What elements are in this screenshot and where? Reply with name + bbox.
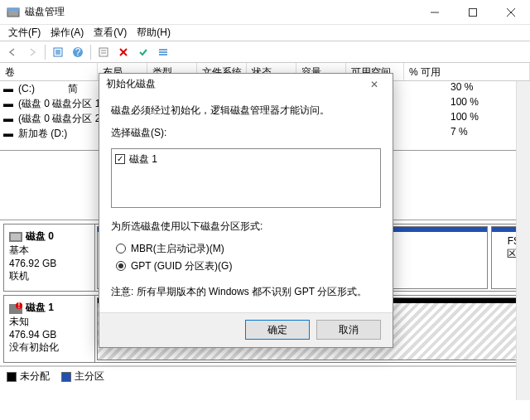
menu-action[interactable]: 操作(A) [46, 24, 89, 41]
dialog-note: 注意: 所有早期版本的 Windows 都不识别 GPT 分区形式。 [111, 285, 381, 299]
svg-text:!: ! [17, 302, 20, 311]
volume-pct: 30 % [447, 81, 513, 96]
radio-gpt[interactable]: GPT (GUID 分区表)(G) [116, 259, 381, 273]
menu-view[interactable]: 查看(V) [89, 24, 132, 41]
ok-button[interactable]: 确定 [245, 320, 310, 340]
partition-style-label: 为所选磁盘使用以下磁盘分区形式: [111, 220, 381, 234]
minimize-button[interactable] [416, 0, 454, 25]
svg-rect-16 [159, 51, 167, 53]
radio-icon[interactable] [116, 244, 126, 253]
disk-info[interactable]: ! 磁盘 1 未知 476.94 GB 没有初始化 [4, 296, 95, 362]
disk-mgmt-icon [7, 6, 20, 19]
disk-checkbox-item[interactable]: ✓ 磁盘 1 [115, 152, 377, 167]
disk-info[interactable]: 磁盘 0 基本 476.92 GB 联机 [4, 224, 95, 291]
volume-name: (磁盘 0 磁盘分区 2) [18, 112, 104, 126]
disk-type: 未知 [9, 315, 89, 329]
legend: 未分配 主分区 [0, 366, 530, 386]
volume-layout: 简 [68, 82, 78, 96]
initialize-disk-dialog: 初始化磁盘 ✕ 磁盘必须经过初始化，逻辑磁盘管理器才能访问。 选择磁盘(S): … [99, 73, 393, 348]
svg-rect-15 [159, 49, 167, 51]
legend-primary: 主分区 [61, 369, 104, 384]
menubar: 文件(F) 操作(A) 查看(V) 帮助(H) [0, 25, 530, 41]
svg-rect-7 [55, 50, 60, 55]
refresh-button[interactable] [49, 43, 67, 61]
close-button[interactable] [492, 0, 530, 25]
help-button[interactable]: ? [69, 43, 87, 61]
toolbar: ? [0, 41, 530, 63]
menu-file[interactable]: 文件(F) [3, 24, 46, 41]
vertical-scrollbar[interactable] [516, 81, 530, 400]
volume-pct: 7 % [447, 126, 513, 141]
disk-name: 磁盘 0 [26, 229, 54, 244]
titlebar: 磁盘管理 [0, 0, 530, 25]
svg-rect-3 [470, 8, 477, 16]
window-title: 磁盘管理 [25, 5, 416, 19]
volume-pct: 100 % [447, 96, 513, 111]
disk-size: 476.92 GB [9, 258, 89, 269]
disk-icon [9, 232, 22, 242]
volume-name: 新加卷 (D:) [18, 127, 67, 141]
volume-icon: ▬ [3, 128, 15, 139]
svg-rect-17 [159, 54, 167, 56]
col-pct[interactable]: % 可用 [404, 63, 530, 80]
menu-help[interactable]: 帮助(H) [132, 24, 176, 41]
disk-type: 基本 [9, 244, 89, 258]
dialog-title: 初始化磁盘 [106, 77, 363, 91]
col-volume[interactable]: 卷 [0, 63, 98, 80]
disk-status: 联机 [9, 269, 89, 283]
svg-rect-19 [11, 234, 21, 240]
volume-icon: ▬ [3, 83, 15, 94]
properties-button[interactable] [94, 43, 113, 61]
svg-rect-10 [99, 48, 108, 56]
unknown-disk-icon: ! [9, 302, 22, 314]
dialog-message: 磁盘必须经过初始化，逻辑磁盘管理器才能访问。 [111, 104, 381, 118]
legend-unallocated: 未分配 [7, 369, 50, 384]
radio-mbr[interactable]: MBR(主启动记录)(M) [116, 242, 381, 256]
maximize-button[interactable] [454, 0, 492, 25]
disk-listbox[interactable]: ✓ 磁盘 1 [111, 148, 381, 208]
check-button[interactable] [134, 43, 152, 61]
cancel-button[interactable]: 取消 [316, 320, 381, 340]
volume-icon: ▬ [3, 98, 15, 109]
volume-pct: 100 % [447, 111, 513, 126]
svg-rect-1 [7, 8, 19, 11]
disk-size: 476.94 GB [9, 329, 89, 340]
svg-text:?: ? [75, 46, 81, 58]
volume-name: (C:) [18, 83, 35, 94]
select-disk-label: 选择磁盘(S): [111, 126, 381, 140]
back-button[interactable] [3, 43, 22, 61]
list-button[interactable] [154, 43, 172, 61]
dialog-close-button[interactable]: ✕ [363, 79, 386, 90]
volume-name: (磁盘 0 磁盘分区 1) [18, 97, 104, 111]
disk-status: 没有初始化 [9, 340, 89, 355]
radio-icon[interactable] [116, 261, 126, 271]
volume-icon: ▬ [3, 113, 15, 124]
delete-button[interactable] [114, 43, 132, 61]
forward-button[interactable] [23, 43, 41, 61]
disk-name: 磁盘 1 [26, 301, 54, 315]
checkbox-icon[interactable]: ✓ [115, 154, 125, 164]
